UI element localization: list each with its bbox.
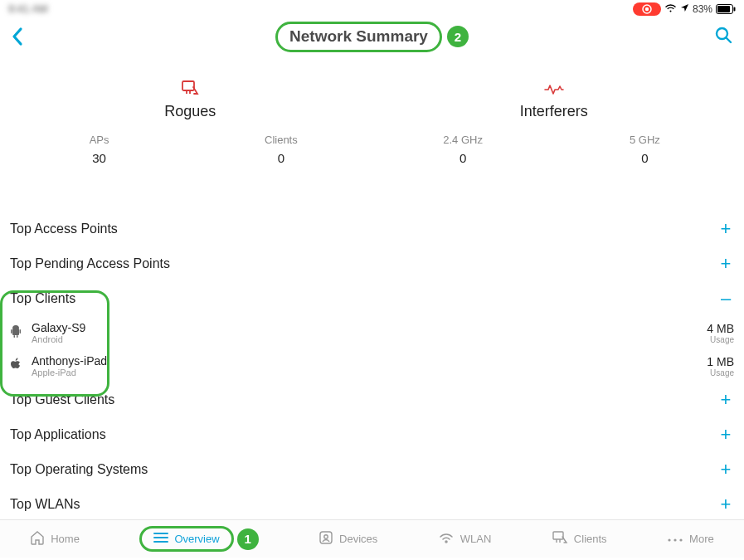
apple-icon <box>8 358 23 374</box>
svg-rect-4 <box>734 7 736 12</box>
section-top-pending-aps-label: Top Pending Access Points <box>10 256 170 271</box>
tab-home[interactable]: Home <box>30 530 80 548</box>
summary-tiles: Rogues Interferers <box>0 55 744 120</box>
svg-point-25 <box>679 538 682 541</box>
svg-rect-14 <box>17 335 18 338</box>
expand-icon: + <box>717 253 734 275</box>
title-annotation: Network Summary <box>275 22 442 52</box>
section-top-wlans-label: Top WLANs <box>10 497 80 512</box>
svg-rect-13 <box>14 335 16 338</box>
home-icon <box>30 530 45 548</box>
section-top-clients[interactable]: Top Clients – <box>0 281 744 316</box>
expand-icon: + <box>717 494 734 515</box>
rogues-label: Rogues <box>8 103 372 120</box>
svg-rect-11 <box>11 329 12 334</box>
devices-icon <box>319 530 333 548</box>
stat-5ghz[interactable]: 5 GHz 0 <box>554 134 736 165</box>
rogues-tile[interactable]: Rogues <box>8 76 372 120</box>
interferers-icon <box>372 76 737 96</box>
tab-overview[interactable]: Overview <box>139 526 233 552</box>
status-bar: 9:41 AM 83% <box>0 0 744 18</box>
hamburger-icon <box>153 532 168 546</box>
client-name: Galaxy-S9 <box>32 321 85 334</box>
svg-line-6 <box>727 38 732 43</box>
client-usage-label: Usage <box>707 368 734 377</box>
svg-rect-18 <box>320 532 332 543</box>
stat-24ghz[interactable]: 2.4 GHz 0 <box>372 134 554 165</box>
svg-point-19 <box>324 535 328 538</box>
section-top-wlans[interactable]: Top WLANs + <box>0 487 744 522</box>
tab-clients[interactable]: Clients <box>552 530 607 548</box>
stat-aps-value: 30 <box>8 151 190 165</box>
section-top-guest-clients-label: Top Guest Clients <box>10 392 114 407</box>
section-top-clients-label: Top Clients <box>10 291 75 306</box>
tab-wlan[interactable]: WLAN <box>438 531 492 547</box>
expand-icon: + <box>717 459 734 480</box>
client-usage: 4 MB <box>707 322 734 335</box>
client-usage-label: Usage <box>707 335 734 344</box>
location-icon <box>680 3 689 15</box>
annotation-badge-2: 2 <box>447 26 469 47</box>
client-row[interactable]: Anthonys-iPad Apple-iPad 1 MB Usage <box>0 349 744 382</box>
stat-24ghz-label: 2.4 GHz <box>372 134 554 146</box>
clients-icon <box>552 530 568 548</box>
svg-rect-3 <box>717 6 730 12</box>
page-title: Network Summary <box>289 27 428 45</box>
annotation-badge-1: 1 <box>237 528 259 550</box>
svg-point-1 <box>645 7 649 11</box>
section-top-os[interactable]: Top Operating Systems + <box>0 452 744 487</box>
section-top-guest-clients[interactable]: Top Guest Clients + <box>0 382 744 417</box>
tab-bar: Home Overview 1 Devices WLAN Clients M <box>0 519 744 558</box>
client-row[interactable]: Galaxy-S9 Android 4 MB Usage <box>0 316 744 349</box>
rogues-icon <box>8 76 372 96</box>
client-usage: 1 MB <box>707 355 734 368</box>
stat-aps[interactable]: APs 30 <box>8 134 190 165</box>
tab-overview-label: Overview <box>174 533 219 545</box>
interferers-label: Interferers <box>372 103 737 120</box>
tab-more[interactable]: More <box>667 533 714 545</box>
client-name: Anthonys-iPad <box>32 354 107 368</box>
back-button[interactable] <box>10 26 25 47</box>
tab-devices-label: Devices <box>339 533 377 545</box>
client-sub: Apple-iPad <box>32 368 107 377</box>
svg-rect-12 <box>20 329 22 334</box>
stat-5ghz-value: 0 <box>554 151 736 165</box>
stats-row: APs 30 Clients 0 2.4 GHz 0 5 GHz 0 <box>0 120 744 172</box>
battery-percent: 83% <box>693 3 712 15</box>
section-top-applications-label: Top Applications <box>10 427 106 442</box>
stat-clients[interactable]: Clients 0 <box>190 134 372 165</box>
status-time: 9:41 AM <box>8 2 48 15</box>
tab-wlan-label: WLAN <box>460 533 492 545</box>
stat-24ghz-value: 0 <box>372 151 554 165</box>
svg-rect-10 <box>12 329 19 335</box>
search-button[interactable] <box>714 26 732 47</box>
collapse-icon: – <box>717 288 734 309</box>
svg-rect-20 <box>553 532 563 539</box>
wifi-icon <box>664 3 677 16</box>
battery-icon <box>716 4 736 14</box>
client-sub: Android <box>32 334 85 344</box>
header: Network Summary 2 <box>0 18 744 55</box>
expand-icon: + <box>717 424 734 446</box>
section-top-os-label: Top Operating Systems <box>10 462 148 477</box>
android-icon <box>8 324 23 341</box>
section-top-aps-label: Top Access Points <box>10 222 118 236</box>
expand-icon: + <box>717 218 734 240</box>
wlan-icon <box>438 531 455 547</box>
section-top-pending-aps[interactable]: Top Pending Access Points + <box>0 246 744 281</box>
section-top-applications[interactable]: Top Applications + <box>0 417 744 452</box>
tab-clients-label: Clients <box>574 533 607 545</box>
stat-clients-value: 0 <box>190 151 372 165</box>
stat-clients-label: Clients <box>190 134 372 146</box>
svg-rect-7 <box>182 81 194 90</box>
svg-point-24 <box>673 538 676 541</box>
tab-devices[interactable]: Devices <box>319 530 377 548</box>
stat-aps-label: APs <box>8 134 190 146</box>
expand-icon: + <box>717 389 734 411</box>
interferers-tile[interactable]: Interferers <box>372 76 737 120</box>
svg-point-23 <box>668 538 670 541</box>
sections-list: Top Access Points + Top Pending Access P… <box>0 212 744 522</box>
more-icon <box>667 533 683 545</box>
stat-5ghz-label: 5 GHz <box>554 134 736 146</box>
section-top-aps[interactable]: Top Access Points + <box>0 212 744 246</box>
